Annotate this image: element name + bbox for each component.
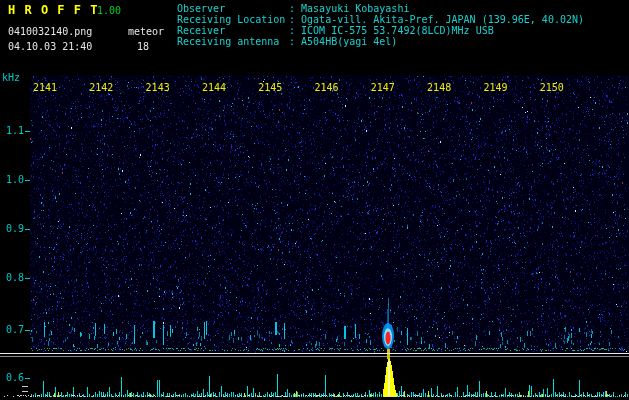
station-info-label: Receiving Location (177, 14, 289, 25)
station-info-value: Ogata-vill. Akita-Pref. JAPAN (139.96E, … (301, 14, 584, 25)
mode-label: meteor (128, 26, 164, 37)
time-tick-label: 2150 (540, 82, 564, 93)
freq-tick-label: 0.7 (2, 324, 24, 335)
time-tick-label: 2141 (33, 82, 57, 93)
time-tick-label: 2145 (258, 82, 282, 93)
freq-tick-label: 0.9 (2, 223, 24, 234)
station-info-separator: : (289, 3, 301, 14)
freq-tick-label: 1.1 (2, 125, 24, 136)
station-info-label: Receiving antenna (177, 36, 289, 47)
freq-tick-label: 0.8 (2, 272, 24, 283)
time-tick-label: 2143 (146, 82, 170, 93)
time-tick-label: 2147 (371, 82, 395, 93)
station-info-label: Receiver (177, 25, 289, 36)
station-info-row: Receiving antenna: A504HB(yagi 4el) (177, 36, 584, 47)
station-info-separator: : (289, 14, 301, 25)
app-version: 1.00 (97, 5, 121, 16)
spectrogram-canvas (0, 0, 629, 400)
station-info-value: Masayuki Kobayashi (301, 3, 409, 14)
station-info-value: ICOM IC-575 53.7492(8LCD)MHz USB (301, 25, 494, 36)
station-info-label: Observer (177, 3, 289, 14)
station-info-row: Receiver: ICOM IC-575 53.7492(8LCD)MHz U… (177, 25, 584, 36)
echo-count: 18 (137, 41, 149, 52)
freq-tick-label: 1.0 (2, 174, 24, 185)
station-info-separator: : (289, 25, 301, 36)
station-info-value: A504HB(yagi 4el) (301, 36, 397, 47)
capture-datetime: 04.10.03 21:40 (8, 41, 92, 52)
time-tick-label: 2149 (483, 82, 507, 93)
hrofft-window: H R O F F T 1.00 0410032140.png meteor 0… (0, 0, 629, 400)
time-tick-label: 2146 (315, 82, 339, 93)
station-info-separator: : (289, 36, 301, 47)
time-tick-label: 2142 (89, 82, 113, 93)
time-tick-label: 2144 (202, 82, 226, 93)
station-info-row: Receiving Location: Ogata-vill. Akita-Pr… (177, 14, 584, 25)
station-info: Observer: Masayuki KobayashiReceiving Lo… (177, 3, 584, 47)
station-info-row: Observer: Masayuki Kobayashi (177, 3, 584, 14)
time-tick-label: 2148 (427, 82, 451, 93)
app-title: H R O F F T (8, 3, 98, 17)
frequency-unit-label: kHz (2, 72, 20, 83)
capture-filename: 0410032140.png (8, 26, 92, 37)
freq-tick-label: 0.6 (2, 372, 24, 383)
